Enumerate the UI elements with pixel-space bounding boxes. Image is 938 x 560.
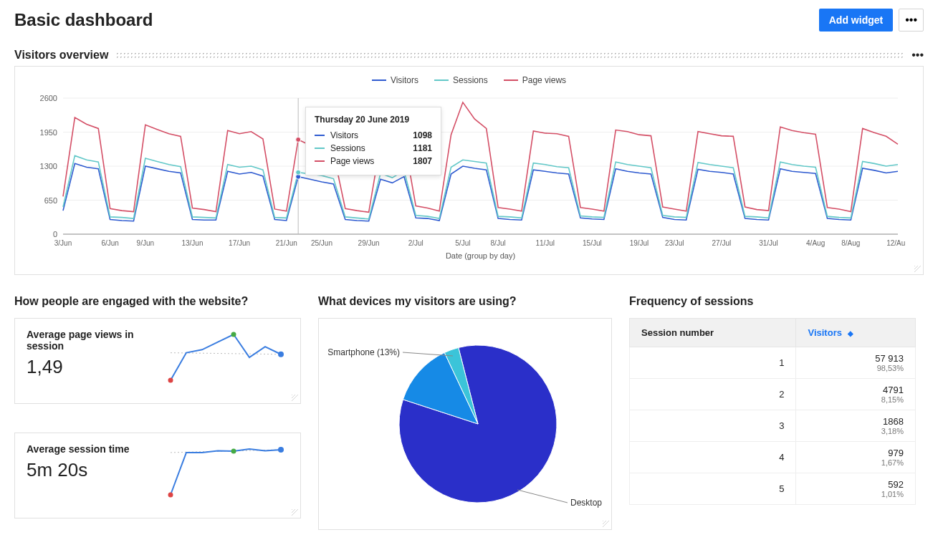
- cell-visitors: 5921,01%: [796, 473, 916, 505]
- svg-text:27/Jul: 27/Jul: [712, 239, 732, 247]
- resize-handle-icon[interactable]: [290, 393, 299, 402]
- tooltip-title: Thursday 20 June 2019: [315, 115, 432, 125]
- devices-column: What devices my visitors are using? Smar…: [318, 295, 612, 536]
- legend-pageviews[interactable]: Page views: [504, 75, 566, 85]
- top-actions: Add widget •••: [819, 9, 924, 32]
- cell-session-number: 4: [630, 442, 796, 473]
- cell-session-number: 3: [630, 410, 796, 442]
- svg-point-13: [296, 137, 301, 142]
- col-visitors[interactable]: Visitors ◆: [796, 319, 916, 347]
- cell-session-number: 5: [630, 473, 796, 505]
- svg-text:2600: 2600: [40, 94, 57, 102]
- page-more-button[interactable]: •••: [899, 9, 924, 32]
- svg-text:1300: 1300: [40, 162, 57, 170]
- table-row[interactable]: 157 91398,53%: [630, 347, 916, 379]
- legend-sessions[interactable]: Sessions: [434, 75, 488, 85]
- table-row[interactable]: 247918,15%: [630, 379, 916, 410]
- svg-text:2/Jul: 2/Jul: [408, 239, 423, 247]
- avg-pageviews-card: Average page views in session 1,49: [14, 318, 301, 404]
- devices-pie-chart[interactable]: Smartphone (13%)Desktop (84%): [327, 327, 603, 521]
- svg-point-40: [168, 493, 173, 498]
- frequency-title: Frequency of sessions: [629, 295, 916, 308]
- resize-handle-icon[interactable]: [601, 519, 610, 528]
- table-row[interactable]: 318683,18%: [630, 410, 916, 442]
- svg-text:Date (group by day): Date (group by day): [446, 251, 515, 260]
- svg-text:12/Aug: 12/Aug: [886, 239, 905, 247]
- tooltip-row-value: 1098: [413, 130, 432, 140]
- tooltip-row-label: Sessions: [330, 143, 408, 153]
- add-widget-button[interactable]: Add widget: [819, 9, 893, 32]
- avg-pageviews-label: Average page views in session: [27, 329, 158, 352]
- tooltip-row-label: Page views: [330, 156, 408, 166]
- cell-session-number: 1: [630, 347, 796, 379]
- tooltip-row-sessions: Sessions 1181: [315, 142, 432, 155]
- devices-title: What devices my visitors are using?: [318, 295, 612, 308]
- devices-pie-card: Smartphone (13%)Desktop (84%): [318, 318, 612, 530]
- svg-text:650: 650: [44, 196, 57, 205]
- svg-line-45: [517, 490, 568, 503]
- col-session-number[interactable]: Session number: [630, 319, 796, 347]
- svg-point-12: [296, 170, 301, 175]
- svg-text:29/Jun: 29/Jun: [358, 239, 380, 247]
- svg-point-42: [278, 447, 284, 453]
- svg-point-38: [278, 352, 284, 357]
- cell-visitors: 18683,18%: [796, 410, 916, 442]
- topbar: Basic dashboard Add widget •••: [14, 9, 924, 32]
- svg-text:21/Jun: 21/Jun: [276, 239, 297, 247]
- cell-visitors: 47918,15%: [796, 379, 916, 410]
- tooltip-line-icon: [315, 148, 325, 149]
- svg-point-37: [231, 332, 236, 337]
- engagement-column: How people are engaged with the website?…: [14, 295, 301, 536]
- chart-tooltip: Thursday 20 June 2019 Visitors 1098 Sess…: [305, 107, 441, 175]
- legend-visitors-label: Visitors: [391, 75, 418, 85]
- overview-legend: Visitors Sessions Page views: [24, 75, 914, 85]
- table-row[interactable]: 55921,01%: [630, 473, 916, 505]
- svg-text:13/Jun: 13/Jun: [181, 239, 203, 247]
- visitors-overview-chart-card: Visitors Sessions Page views 06501300195…: [14, 66, 924, 275]
- svg-text:Smartphone (13%): Smartphone (13%): [327, 347, 400, 357]
- tooltip-row-pageviews: Page views 1807: [315, 155, 432, 168]
- cell-session-number: 2: [630, 379, 796, 410]
- avg-session-time-label: Average session time: [27, 443, 158, 455]
- visitors-overview-more-button[interactable]: •••: [911, 49, 924, 62]
- svg-text:8/Jul: 8/Jul: [491, 239, 506, 247]
- frequency-table: Session number Visitors ◆ 157 91398,53%2…: [629, 318, 916, 505]
- engagement-title: How people are engaged with the website?: [14, 295, 301, 308]
- visitors-overview-title: Visitors overview: [14, 49, 108, 62]
- legend-visitors[interactable]: Visitors: [372, 75, 418, 85]
- legend-line-icon: [372, 79, 386, 81]
- widget-drag-handle[interactable]: [115, 52, 904, 59]
- tooltip-row-visitors: Visitors 1098: [315, 129, 432, 142]
- sort-icon: ◆: [848, 329, 853, 337]
- tooltip-line-icon: [315, 160, 325, 162]
- col-visitors-label: Visitors: [808, 327, 841, 338]
- tooltip-row-value: 1807: [413, 156, 432, 166]
- svg-text:11/Jul: 11/Jul: [535, 239, 555, 247]
- resize-handle-icon[interactable]: [290, 508, 299, 516]
- bottom-row: How people are engaged with the website?…: [14, 295, 924, 536]
- avg-session-time-card: Average session time 5m 20s: [14, 433, 301, 518]
- page-title: Basic dashboard: [14, 10, 153, 30]
- svg-point-36: [168, 378, 173, 383]
- svg-text:19/Jul: 19/Jul: [630, 239, 649, 247]
- cell-visitors: 57 91398,53%: [796, 347, 916, 379]
- svg-text:23/Jul: 23/Jul: [665, 239, 684, 247]
- legend-line-icon: [504, 79, 518, 81]
- legend-line-icon: [434, 79, 449, 81]
- resize-handle-icon[interactable]: [913, 264, 922, 273]
- svg-text:9/Jun: 9/Jun: [137, 239, 154, 247]
- svg-point-41: [231, 448, 236, 453]
- pageviews-sparkline: [165, 329, 287, 386]
- svg-text:6/Jun: 6/Jun: [101, 239, 118, 247]
- legend-sessions-label: Sessions: [453, 75, 488, 85]
- legend-pageviews-label: Page views: [522, 75, 566, 85]
- svg-text:1950: 1950: [40, 128, 57, 137]
- session-time-sparkline: [165, 443, 287, 501]
- overview-line-chart[interactable]: 06501300195026003/Jun6/Jun9/Jun13/Jun17/…: [24, 91, 905, 270]
- svg-text:17/Jun: 17/Jun: [229, 239, 250, 247]
- cell-visitors: 9791,67%: [796, 442, 916, 473]
- table-row[interactable]: 49791,67%: [630, 442, 916, 473]
- svg-text:5/Jul: 5/Jul: [455, 239, 470, 247]
- svg-text:31/Jul: 31/Jul: [759, 239, 778, 247]
- svg-text:3/Jun: 3/Jun: [54, 239, 72, 247]
